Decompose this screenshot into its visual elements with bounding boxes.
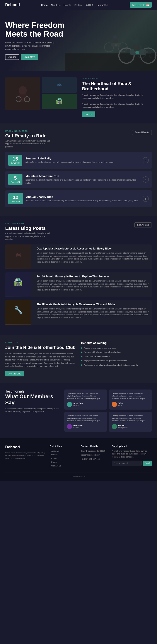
footer-logo: Dehood [5, 445, 45, 450]
blog-title-3: The Ultimate Guide to Motorcycle Mainten… [37, 303, 149, 306]
about-images: 🏍 🛣️ [5, 78, 77, 110]
svg-point-21 [19, 86, 27, 95]
about-cta-button[interactable]: Join Us [82, 112, 95, 117]
blog-section: Stay Informed Latest Blog Posts A small … [0, 216, 157, 335]
learn-more-button[interactable]: Learn More [21, 54, 38, 60]
about-section: 🏍 🛣️ Our Journey The Heartbeat of Ride &… [0, 71, 157, 124]
event-card-3: 12 Sept, 2024 Annual Charity Ride Ride w… [5, 190, 152, 207]
footer-link-1[interactable]: About Us [50, 450, 76, 452]
footer-copyright: Dehood © 2024 [5, 472, 152, 478]
svg-rect-7 [114, 40, 118, 43]
benefit-4: Enjoy member discounts on gear and acces… [81, 360, 152, 362]
footer-link-4[interactable]: Pages [50, 461, 76, 464]
event-date-3: 12 Sept, 2024 [8, 193, 23, 204]
footer-contact-email: support@dehood.com [81, 454, 107, 457]
testi-name-3: Maria Tan [74, 424, 82, 426]
event-title-2: Mountain Adventure Run [26, 174, 140, 178]
testi-name-2: Taka [118, 402, 122, 404]
nav-cta-button[interactable]: Next Events 📅 [130, 2, 152, 8]
join-description: Are you passionate about motorcycles and… [5, 352, 76, 368]
testimonials-description: A small river named Duden flows by their… [5, 408, 60, 413]
footer-link-5[interactable]: Contact Us [50, 464, 76, 467]
event-arrow-3[interactable]: › [142, 196, 149, 202]
event-desc-2: Experience the thrill of mountain riding… [26, 178, 140, 184]
svg-point-13 [133, 38, 139, 45]
testimonials-section: Testimonials What Our Members Say A smal… [0, 383, 157, 438]
footer-input-row: Send [112, 460, 152, 466]
event-arrow-1[interactable]: › [142, 157, 149, 163]
events-section: Upcoming Events Get Ready to Ride A smal… [0, 124, 157, 216]
events-heading: Get Ready to Ride [5, 133, 53, 139]
blog-card-3[interactable]: 🔧 The Ultimate Guide to Motorcycle Maint… [5, 300, 152, 325]
event-arrow-2[interactable]: › [142, 176, 149, 182]
footer-stay-updated: Stay Updated A small river named Duden f… [112, 445, 152, 468]
see-all-events-button[interactable]: See All Events [132, 130, 152, 135]
nav-about[interactable]: About Us [50, 4, 60, 6]
testi-text-4: Lorem ipsum dolor sit amet, consectetur … [112, 414, 149, 422]
benefit-dot-5 [81, 364, 82, 366]
hero-content: Where Freedom Meets the Road Lorem ipsum… [5, 21, 75, 60]
footer-email-input[interactable] [112, 460, 142, 466]
svg-text:🏍: 🏍 [57, 81, 62, 87]
nav-contact[interactable]: Contact Us [96, 4, 108, 6]
testimonial-2: Lorem ipsum dolor sit amet, consectetur … [109, 390, 152, 410]
nav-links: Home About Us Events Routes Pages ▾ Cont… [41, 4, 108, 6]
svg-rect-0 [66, 54, 157, 71]
hero-description: Lorem ipsum dolor sit amet, consectetur … [5, 41, 58, 51]
blog-heading: Latest Blog Posts [5, 226, 53, 231]
testimonials-right: Lorem ipsum dolor sit amet, consectetur … [64, 390, 152, 432]
testi-avatar-4 [112, 424, 117, 429]
testi-avatar-3 [67, 424, 72, 429]
footer-links-list: About Us Routes Events Pages Contact Us [50, 450, 76, 467]
nav-events[interactable]: Events [64, 4, 71, 6]
about-desc1: A small river named Duden flows by their… [82, 94, 152, 100]
blog-description: A small river named Duden flows by their… [5, 232, 53, 241]
footer-link-2[interactable]: Routes [50, 454, 76, 456]
blog-card-2[interactable]: 🛣️ Top 10 Scenic Motorcycle Routes to Ex… [5, 272, 152, 297]
testi-role-4: Designation [118, 426, 127, 428]
testi-role-3: Barber [74, 426, 82, 428]
testi-avatar-1 [67, 402, 72, 407]
event-title-1: Summer Ride Rally [25, 157, 140, 160]
blog-card-1[interactable]: 🏍 Gear Up: Must-Have Motorcycle Accessor… [5, 244, 152, 269]
footer-link-3[interactable]: Events [50, 457, 76, 460]
footer-subscribe-button[interactable]: Send [143, 460, 152, 466]
hero-section: Where Freedom Meets the Road Lorem ipsum… [0, 10, 157, 71]
about-image-1 [5, 78, 40, 110]
event-desc-1: Join us for an exhilarating summer rally… [25, 161, 140, 164]
nav-home[interactable]: Home [41, 4, 48, 6]
benefit-1: Access to exclusive events and rides [81, 347, 152, 350]
footer-contact: Contact Details Stacy Dunklepan: Sol 811… [81, 445, 107, 468]
join-club-button[interactable]: Join the Club [5, 371, 24, 376]
testi-text-3: Lorem ipsum dolor sit amet, consectetur … [67, 414, 104, 422]
testimonials-heading: What Our Members Say [5, 394, 60, 406]
join-label: Invitation [5, 341, 76, 344]
blog-title-2: Top 10 Scenic Motorcycle Routes to Explo… [37, 275, 149, 278]
testimonial-3: Lorem ipsum dolor sit amet, consectetur … [64, 412, 107, 432]
about-image-2: 🏍 [42, 78, 77, 93]
blog-image-3: 🔧 [5, 300, 32, 325]
svg-text:🛣️: 🛣️ [14, 278, 23, 286]
blog-label: Stay Informed [5, 222, 53, 225]
svg-point-18 [146, 51, 148, 53]
svg-text:🏍: 🏍 [15, 250, 22, 258]
hero-visual [66, 10, 157, 71]
nav-pages[interactable]: Pages ▾ [84, 4, 93, 6]
see-all-blog-button[interactable]: See All Blog [134, 222, 152, 228]
benefit-5: Participate in our charity rides and giv… [81, 364, 152, 366]
event-date-2: 5 Aug, 2024 [8, 174, 22, 185]
navbar: Dehood Home About Us Events Routes Pages… [0, 0, 157, 10]
about-desc2: A small river named Duden flows by their… [82, 102, 152, 109]
footer-about-text: Lorem ipsum dolor sit amet, consectetur … [5, 452, 45, 460]
events-label: Upcoming Events [5, 130, 53, 132]
benefit-dot-1 [81, 348, 82, 349]
blog-title-1: Gear Up: Must-Have Motorcycle Accessorie… [37, 247, 149, 250]
footer-quicklink-heading: Quick Link [50, 445, 76, 448]
svg-rect-14 [134, 45, 140, 50]
footer-stay-heading: Stay Updated [112, 445, 152, 448]
join-button[interactable]: Join Us [5, 54, 19, 60]
svg-point-19 [145, 44, 148, 48]
join-section: Invitation Join the Ride & Brotherhood C… [0, 335, 157, 383]
footer-stay-desc: A small river named Duden flows by their… [112, 450, 152, 459]
nav-routes[interactable]: Routes [74, 4, 82, 6]
